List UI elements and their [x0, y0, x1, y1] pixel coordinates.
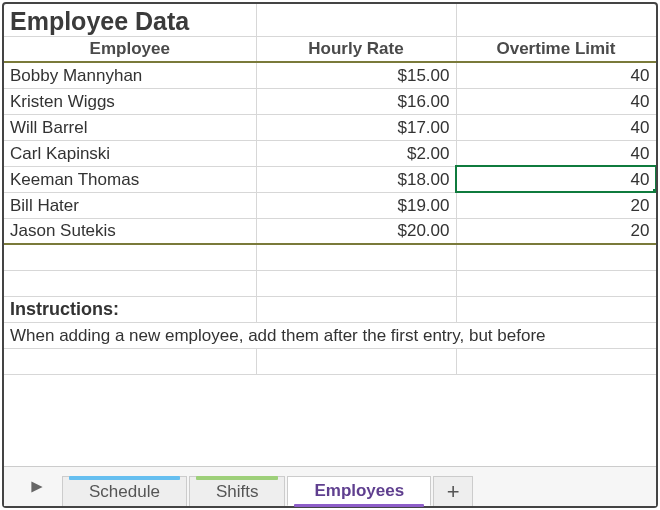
sheet-area[interactable]: Employee Data Employee Hourly Rate Overt…	[4, 4, 656, 466]
cell-employee-name[interactable]: Bobby Mannyhan	[4, 62, 256, 88]
col-header-rate[interactable]: Hourly Rate	[256, 36, 456, 62]
cell-hourly-rate[interactable]: $16.00	[256, 88, 456, 114]
instructions-text[interactable]: When adding a new employee, add them aft…	[4, 322, 656, 348]
cell-empty[interactable]	[456, 244, 656, 270]
cell-employee-name[interactable]: Jason Sutekis	[4, 218, 256, 244]
cell-empty[interactable]	[456, 296, 656, 322]
tabs-nav-button[interactable]	[12, 468, 62, 506]
cell-overtime-limit[interactable]: 40	[456, 62, 656, 88]
tab-color-stripe	[196, 476, 279, 480]
play-icon	[30, 480, 44, 494]
cell-empty[interactable]	[256, 348, 456, 374]
cell-overtime-limit[interactable]: 20	[456, 192, 656, 218]
cell-blank[interactable]	[456, 4, 656, 36]
instructions-label[interactable]: Instructions:	[4, 296, 256, 322]
employee-table: Employee Data Employee Hourly Rate Overt…	[4, 4, 656, 375]
cell-overtime-limit[interactable]: 40	[456, 140, 656, 166]
cell-overtime-limit-selected[interactable]: 40	[456, 166, 656, 192]
cell-overtime-limit[interactable]: 40	[456, 114, 656, 140]
cell-hourly-rate[interactable]: $15.00	[256, 62, 456, 88]
cell-employee-name[interactable]: Kristen Wiggs	[4, 88, 256, 114]
cell-hourly-rate[interactable]: $2.00	[256, 140, 456, 166]
tab-label: Employees	[314, 481, 404, 501]
tab-color-stripe	[294, 504, 424, 507]
tab-label: Shifts	[216, 482, 259, 502]
tab-shifts[interactable]: Shifts	[189, 476, 286, 506]
cell-empty[interactable]	[4, 244, 256, 270]
tab-color-stripe	[69, 476, 180, 480]
tab-add-sheet[interactable]: +	[433, 476, 473, 506]
svg-marker-0	[31, 481, 42, 492]
cell-employee-name[interactable]: Keeman Thomas	[4, 166, 256, 192]
sheet-tabstrip: Schedule Shifts Employees +	[4, 466, 656, 506]
cell-overtime-limit[interactable]: 20	[456, 218, 656, 244]
col-header-employee[interactable]: Employee	[4, 36, 256, 62]
cell-hourly-rate[interactable]: $18.00	[256, 166, 456, 192]
cell-employee-name[interactable]: Bill Hater	[4, 192, 256, 218]
page-title[interactable]: Employee Data	[4, 4, 256, 36]
cell-empty[interactable]	[4, 270, 256, 296]
col-header-overtime[interactable]: Overtime Limit	[456, 36, 656, 62]
cell-hourly-rate[interactable]: $17.00	[256, 114, 456, 140]
cell-employee-name[interactable]: Carl Kapinski	[4, 140, 256, 166]
cell-empty[interactable]	[456, 348, 656, 374]
cell-overtime-limit[interactable]: 40	[456, 88, 656, 114]
cell-empty[interactable]	[256, 244, 456, 270]
spreadsheet-window: Employee Data Employee Hourly Rate Overt…	[2, 2, 658, 508]
cell-hourly-rate[interactable]: $19.00	[256, 192, 456, 218]
cell-employee-name[interactable]: Will Barrel	[4, 114, 256, 140]
tab-schedule[interactable]: Schedule	[62, 476, 187, 506]
tab-label: Schedule	[89, 482, 160, 502]
cell-blank[interactable]	[256, 4, 456, 36]
cell-empty[interactable]	[256, 296, 456, 322]
cell-empty[interactable]	[4, 348, 256, 374]
cell-empty[interactable]	[256, 270, 456, 296]
cell-hourly-rate[interactable]: $20.00	[256, 218, 456, 244]
plus-icon: +	[447, 479, 460, 505]
tab-employees[interactable]: Employees	[287, 476, 431, 506]
cell-empty[interactable]	[456, 270, 656, 296]
